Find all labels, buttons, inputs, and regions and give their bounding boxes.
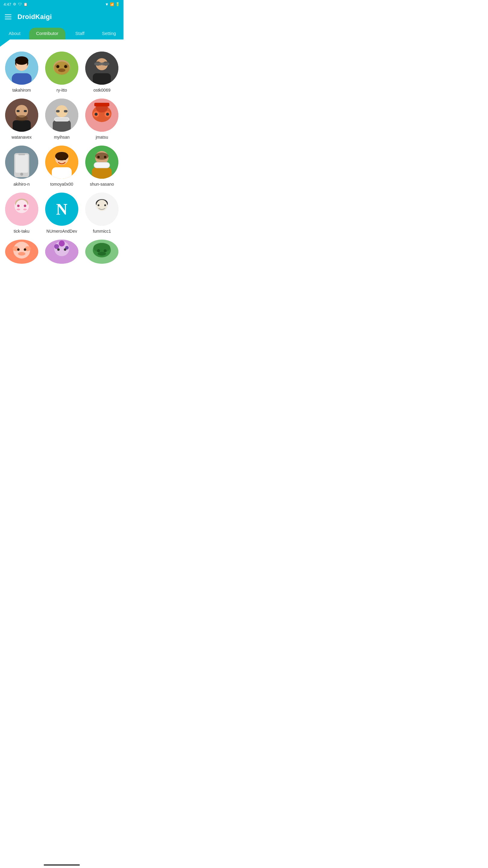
svg-point-26 <box>16 115 28 121</box>
contributor-name-ry-itto: ry-itto <box>56 88 67 93</box>
svg-rect-44 <box>15 155 28 173</box>
svg-point-73 <box>98 204 99 206</box>
svg-point-91 <box>93 243 110 253</box>
tab-contributor[interactable]: Contributor <box>29 28 66 39</box>
svg-point-79 <box>17 248 20 251</box>
contributor-tick-taku[interactable]: tick-taku <box>3 193 40 234</box>
svg-rect-2 <box>12 73 32 85</box>
status-bar: 4:47 ⚙ 🛡 📋 ▼ 📶 🔋 <box>0 0 124 8</box>
clipboard-icon: 📋 <box>24 2 28 6</box>
hamburger-menu-button[interactable] <box>5 14 11 19</box>
tab-setting[interactable]: Setting <box>95 28 124 39</box>
time-display: 4:47 <box>4 2 11 7</box>
contributor-akihiro-n[interactable]: akihiro-n <box>3 146 40 187</box>
avatar-numeroandev: N <box>45 193 78 226</box>
svg-rect-25 <box>24 110 27 112</box>
svg-rect-41 <box>94 103 109 106</box>
bottom-nav-bar <box>0 862 124 868</box>
contributor-fummicc1[interactable]: fummicc1 <box>84 193 121 234</box>
contributor-row5-3[interactable] <box>84 240 121 264</box>
svg-point-67 <box>17 209 20 210</box>
svg-rect-33 <box>55 118 69 121</box>
contributor-shun-sasano[interactable]: shun-sasano <box>84 146 121 187</box>
svg-point-65 <box>17 205 20 207</box>
svg-rect-24 <box>17 110 20 112</box>
svg-point-88 <box>64 248 66 251</box>
svg-rect-46 <box>19 154 25 155</box>
svg-point-74 <box>104 204 106 206</box>
avatar-row5-1 <box>5 240 38 264</box>
svg-point-68 <box>23 209 27 210</box>
numeroandev-letter: N <box>56 200 67 218</box>
svg-rect-20 <box>101 62 109 65</box>
avatar-tick-taku <box>5 193 38 226</box>
contributor-name-fummicc1: fummicc1 <box>93 229 111 234</box>
contributor-name-takahirom: takahirom <box>12 88 31 93</box>
svg-rect-31 <box>64 110 67 113</box>
svg-point-66 <box>24 205 26 207</box>
contributor-name-shun-sasano: shun-sasano <box>90 182 114 187</box>
svg-rect-30 <box>56 110 60 113</box>
svg-point-39 <box>95 113 98 116</box>
contributor-name-watanavex: watanavex <box>11 135 32 140</box>
avatar-myihsan <box>45 98 78 132</box>
contributors-grid: takahirom ry-itto <box>3 52 121 264</box>
contributor-ry-itto[interactable]: ry-itto <box>43 52 80 93</box>
contributor-name-ostk0069: ostk0069 <box>93 88 110 93</box>
svg-point-93 <box>104 249 107 252</box>
svg-rect-49 <box>52 167 72 179</box>
svg-point-94 <box>98 252 106 255</box>
svg-point-51 <box>57 158 60 160</box>
contributor-row5-1[interactable] <box>3 240 40 264</box>
svg-point-11 <box>56 65 59 68</box>
contributor-name-myihsan: myihsan <box>54 135 70 140</box>
contributors-content: takahirom ry-itto <box>0 47 124 269</box>
contributor-name-jmatsu: jmatsu <box>96 135 108 140</box>
contributor-numeroandev[interactable]: N NUmeroAndDev <box>43 193 80 234</box>
signal-icon: 📶 <box>110 2 114 6</box>
avatar-shun-sasano <box>85 146 119 179</box>
contributor-name-numeroandev: NUmeroAndDev <box>46 229 77 234</box>
contributor-takahirom[interactable]: takahirom <box>3 52 40 93</box>
avatar-akihiro-n <box>5 146 38 179</box>
svg-rect-23 <box>13 120 31 132</box>
toolbar: DroidKaigi <box>0 8 124 25</box>
avatar-jmatsu <box>85 98 119 132</box>
hamburger-line-3 <box>5 19 11 19</box>
svg-rect-19 <box>94 62 102 65</box>
avatar-fummicc1 <box>85 193 119 226</box>
contributor-watanavex[interactable]: watanavex <box>3 98 40 140</box>
svg-point-60 <box>95 153 108 160</box>
avatar-row5-3 <box>85 240 119 264</box>
wifi-icon: ▼ <box>105 2 109 7</box>
tab-about[interactable]: About <box>0 28 29 39</box>
contributor-jmatsu[interactable]: jmatsu <box>84 98 121 140</box>
avatar-takahirom <box>5 52 38 85</box>
svg-point-87 <box>57 248 60 251</box>
contributor-row5-2[interactable] <box>43 240 80 264</box>
app-title: DroidKaigi <box>18 13 52 21</box>
svg-point-12 <box>64 65 67 68</box>
contributor-name-tick-taku: tick-taku <box>14 229 30 234</box>
svg-point-13 <box>58 68 65 72</box>
svg-point-84 <box>54 244 59 249</box>
avatar-ry-itto <box>45 52 78 85</box>
contributor-name-tomoya0x00: tomoya0x00 <box>50 182 73 187</box>
contributor-tomoya0x00[interactable]: tomoya0x00 <box>43 146 80 187</box>
contributor-name-akihiro-n: akihiro-n <box>13 182 30 187</box>
tabs-container: About Contributor Staff Setting <box>0 25 124 39</box>
avatar-ostk0069 <box>85 52 119 85</box>
svg-point-8 <box>54 61 70 75</box>
tab-staff[interactable]: Staff <box>65 28 95 39</box>
svg-point-86 <box>59 241 65 247</box>
contributor-myihsan[interactable]: myihsan <box>43 98 80 140</box>
svg-point-40 <box>106 113 109 116</box>
avatar-watanavex <box>5 98 38 132</box>
avatar-tomoya0x00 <box>45 146 78 179</box>
contributor-ostk0069[interactable]: ostk0069 <box>84 52 121 93</box>
nav-indicator <box>44 864 80 866</box>
svg-point-52 <box>64 158 66 160</box>
svg-rect-57 <box>94 163 109 167</box>
status-right: ▼ 📶 🔋 <box>105 2 120 7</box>
svg-point-5 <box>15 56 28 65</box>
